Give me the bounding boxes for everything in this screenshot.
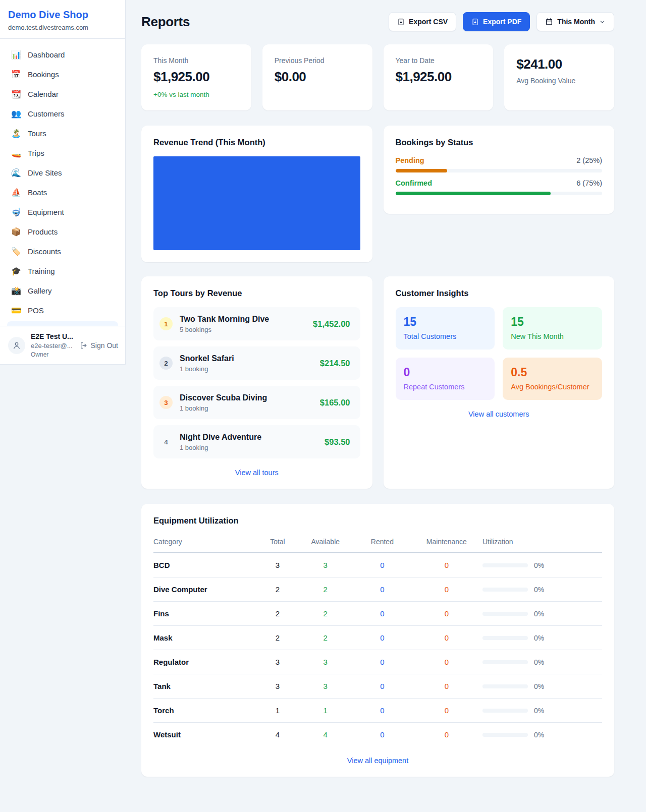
sidebar-item-label: Gallery	[28, 286, 52, 295]
sign-out-button[interactable]: Sign Out	[80, 341, 118, 350]
file-download-icon	[471, 18, 479, 26]
table-row: Mask 2 2 0 0 0%	[153, 625, 602, 650]
tour-revenue: $93.50	[325, 437, 350, 447]
sidebar-item-label: Customers	[28, 109, 65, 118]
equipment-category: Dive Computer	[153, 585, 258, 594]
utilization-bar	[482, 612, 528, 616]
tour-row: 3 Discover Scuba Diving 1 booking $165.0…	[153, 386, 360, 419]
equipment-utilization-cell: 0%	[482, 610, 602, 618]
stat-card-this-month: This Month $1,925.00 +0% vs last month	[141, 44, 251, 110]
export-pdf-label: Export PDF	[483, 18, 521, 26]
stat-label: This Month	[153, 56, 239, 65]
insight-tile-total-customers: 15 Total Customers	[396, 307, 495, 350]
table-row: Wetsuit 4 4 0 0 0%	[153, 722, 602, 746]
stat-card-avg-booking-value: $241.00 Avg Booking Value	[504, 44, 614, 110]
sidebar-item-label: Dive Sites	[28, 168, 62, 177]
equipment-table-header: Category Total Available Rented Maintena…	[153, 535, 602, 553]
utilization-bar	[482, 684, 528, 688]
sidebar-item-training[interactable]: 🎓 Training	[4, 261, 121, 281]
table-row: BCD 3 3 0 0 0%	[153, 553, 602, 577]
sidebar-item-bookings[interactable]: 📅 Bookings	[4, 65, 121, 84]
insight-label: Avg Bookings/Customer	[511, 383, 594, 391]
sidebar-item-equipment[interactable]: 🤿 Equipment	[4, 202, 121, 222]
bookings-icon: 📅	[11, 70, 21, 79]
sidebar-item-label: Boats	[28, 188, 47, 197]
utilization-percent: 0%	[534, 610, 544, 618]
sidebar-item-trips[interactable]: 🚤 Trips	[4, 143, 121, 163]
tour-row: 2 Snorkel Safari 1 booking $214.50	[153, 346, 360, 380]
equipment-utilization-cell: 0%	[482, 561, 602, 569]
sidebar-item-tours[interactable]: 🏝️ Tours	[4, 124, 121, 143]
equipment-maintenance: 0	[411, 585, 482, 594]
customer-insights-title: Customer Insights	[396, 288, 603, 298]
sidebar-item-dashboard[interactable]: 📊 Dashboard	[4, 45, 121, 65]
column-header-utilization: Utilization	[482, 538, 602, 546]
trips-icon: 🚤	[11, 148, 21, 158]
equipment-available: 2	[297, 585, 354, 594]
insight-value: 0.5	[511, 366, 594, 379]
tour-revenue: $1,452.00	[313, 319, 350, 329]
sidebar-item-pos[interactable]: 💳 POS	[4, 301, 121, 320]
sidebar-item-selected-partial[interactable]	[7, 321, 118, 326]
progress-track	[396, 192, 603, 195]
sidebar: Demo Dive Shop demo.test.divestreams.com…	[0, 0, 126, 365]
bookings-by-status-card: Bookings by Status Pending 2 (25%) Confi…	[384, 126, 615, 214]
tour-name: Snorkel Safari	[180, 354, 234, 363]
boats-icon: ⛵	[11, 188, 21, 197]
stat-label: Avg Booking Value	[516, 77, 602, 85]
equipment-rented: 0	[354, 585, 411, 594]
stat-card-previous-period: Previous Period $0.00	[262, 44, 372, 110]
sidebar-item-gallery[interactable]: 📸 Gallery	[4, 281, 121, 301]
sidebar-item-label: Bookings	[28, 70, 59, 79]
equipment-rented: 0	[354, 658, 411, 666]
tours-icon: 🏝️	[11, 129, 21, 138]
equipment-total: 1	[258, 706, 297, 715]
sidebar-item-products[interactable]: 📦 Products	[4, 222, 121, 242]
utilization-percent: 0%	[534, 682, 544, 690]
rank-badge: 4	[159, 435, 173, 448]
equipment-maintenance: 0	[411, 609, 482, 618]
column-header-category: Category	[153, 538, 258, 546]
period-selector[interactable]: This Month	[536, 12, 614, 31]
sidebar-item-discounts[interactable]: 🏷️ Discounts	[4, 242, 121, 261]
stat-value: $0.00	[275, 69, 360, 85]
view-all-equipment-link[interactable]: View all equipment	[153, 757, 602, 765]
sidebar-item-customers[interactable]: 👥 Customers	[4, 104, 121, 124]
stat-value: $241.00	[516, 56, 602, 72]
calendar-outline-icon	[545, 18, 553, 26]
rank-badge: 1	[159, 317, 173, 330]
column-header-rented: Rented	[354, 538, 411, 546]
view-all-customers-link[interactable]: View all customers	[396, 410, 603, 418]
user-icon	[12, 341, 21, 350]
equipment-maintenance: 0	[411, 561, 482, 569]
table-row: Regulator 3 3 0 0 0%	[153, 650, 602, 674]
equipment-utilization-cell: 0%	[482, 731, 602, 739]
insight-label: New This Month	[511, 332, 594, 340]
tour-revenue: $214.50	[320, 359, 350, 368]
equipment-utilization-cell: 0%	[482, 634, 602, 642]
export-csv-button[interactable]: Export CSV	[389, 12, 456, 31]
page-title: Reports	[141, 14, 190, 30]
equipment-category: Mask	[153, 633, 258, 642]
status-value: 6 (75%)	[576, 179, 602, 187]
view-all-tours-link[interactable]: View all tours	[153, 469, 360, 477]
equipment-available: 1	[297, 706, 354, 715]
brand-name: Demo Dive Shop	[8, 9, 117, 21]
stat-label: Previous Period	[275, 56, 360, 65]
export-pdf-button[interactable]: Export PDF	[463, 12, 530, 31]
utilization-bar	[482, 660, 528, 664]
top-tours-title: Top Tours by Revenue	[153, 288, 360, 298]
equipment-available: 2	[297, 609, 354, 618]
brand-domain: demo.test.divestreams.com	[8, 24, 117, 31]
rank-badge: 3	[159, 396, 173, 409]
equipment-maintenance: 0	[411, 730, 482, 739]
sidebar-item-calendar[interactable]: 📆 Calendar	[4, 84, 121, 104]
equipment-rented: 0	[354, 682, 411, 690]
stats-row: This Month $1,925.00 +0% vs last month P…	[141, 44, 614, 110]
column-header-total: Total	[258, 538, 297, 546]
stat-value: $1,925.00	[153, 69, 239, 85]
utilization-percent: 0%	[534, 658, 544, 666]
avatar	[8, 337, 25, 354]
sidebar-item-dive-sites[interactable]: 🌊 Dive Sites	[4, 163, 121, 183]
sidebar-item-boats[interactable]: ⛵ Boats	[4, 183, 121, 202]
